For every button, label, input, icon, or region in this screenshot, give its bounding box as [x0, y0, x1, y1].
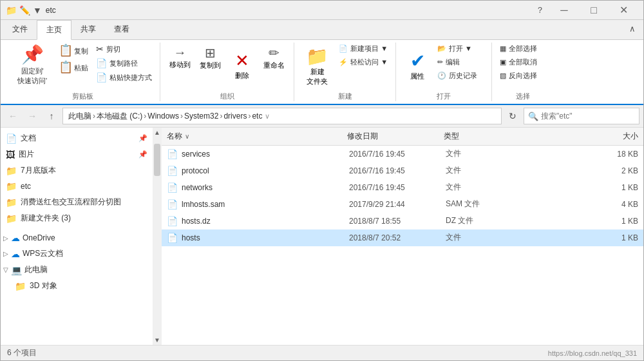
path-system32[interactable]: System32 — [184, 112, 218, 121]
column-header: 名称 ∨ 修改日期 类型 大小 — [162, 128, 643, 146]
col-size-header[interactable]: 大小 — [508, 128, 638, 144]
new-item-icon: 📄 — [339, 44, 348, 53]
sidebar-item-etc[interactable]: 📁 etc — [1, 179, 153, 194]
maximize-button[interactable]: □ — [579, 1, 609, 20]
sidebar-scroll-up[interactable]: ▲ — [153, 128, 162, 137]
delete-button[interactable]: ✕ 删除 — [226, 43, 258, 89]
delete-label: 删除 — [235, 71, 249, 81]
hosts-size: 1 KB — [510, 233, 638, 242]
3d-label: 3D 对象 — [30, 280, 57, 291]
new-item-button[interactable]: 📄 新建项目 ▼ — [336, 43, 390, 55]
select-none-button[interactable]: ▣ 全部取消 — [497, 56, 549, 68]
file-row-hosts[interactable]: 📄 hosts 2018/8/7 20:52 文件 1 KB — [162, 229, 643, 246]
help-icon[interactable]: ？ — [536, 5, 544, 16]
tab-file[interactable]: 文件 — [3, 20, 37, 39]
lmhosts-date: 2017/9/29 21:44 — [349, 200, 446, 209]
path-pc[interactable]: 此电脑 — [68, 111, 91, 122]
address-bar: ← → ↑ 此电脑 › 本地磁盘 (C:) › Windows › System… — [1, 105, 643, 128]
copy-path-label: 复制路径 — [109, 59, 138, 68]
sidebar-item-documents[interactable]: 📄 文档 📌 — [1, 130, 153, 146]
open-button[interactable]: 📂 打开 ▼ — [435, 43, 486, 55]
path-drivers[interactable]: drivers — [223, 112, 247, 121]
search-input[interactable] — [541, 112, 635, 121]
col-name-header[interactable]: 名称 ∨ — [167, 128, 347, 144]
refresh-button[interactable]: ↻ — [504, 108, 521, 124]
edit-quick-icon: ✏️ — [19, 5, 30, 15]
this-pc-icon: 💻 — [11, 265, 22, 275]
pin-button[interactable]: 📌 固定到'快速访问' — [11, 43, 53, 89]
file-area: 名称 ∨ 修改日期 类型 大小 📄 services 2016/7/16 19:… — [162, 128, 643, 345]
address-path[interactable]: 此电脑 › 本地磁盘 (C:) › Windows › System32 › d… — [62, 108, 502, 124]
search-box[interactable]: 🔍 — [524, 108, 639, 124]
hongbao-icon: 📁 — [6, 197, 17, 208]
sidebar-item-new-folder[interactable]: 📁 新建文件夹 (3) — [1, 210, 153, 226]
tab-view[interactable]: 查看 — [105, 20, 138, 39]
lmhosts-file-icon: 📄 — [167, 199, 178, 210]
sidebar-scrollbar[interactable]: ▲ ▼ — [153, 128, 162, 345]
forward-button[interactable]: → — [24, 108, 41, 124]
tab-home[interactable]: 主页 — [37, 20, 71, 40]
copy-path-button[interactable]: 📄 复制路径 — [93, 57, 155, 70]
documents-label: 文档 — [21, 133, 36, 144]
copy-label: 复制 — [74, 46, 88, 56]
ribbon-collapse-icon[interactable]: ∧ — [624, 20, 641, 39]
this-pc-chevron: ▽ — [3, 266, 8, 273]
copy-button[interactable]: 📋 复制 — [55, 43, 92, 58]
ribbon-group-organize: → 移动到 ⊞ 复制到 ✕ 删除 — [160, 43, 294, 101]
move-to-button[interactable]: → 移动到 — [166, 43, 194, 72]
dropdown-quick-icon[interactable]: ▼ — [33, 5, 42, 15]
select-all-button[interactable]: ▦ 全部选择 — [497, 43, 549, 55]
file-row-lmhosts[interactable]: 📄 lmhosts.sam 2017/9/29 21:44 SAM 文件 4 K… — [162, 196, 643, 213]
new-folder-button[interactable]: 📁 新建文件夹 — [299, 43, 335, 89]
organize-items: → 移动到 ⊞ 复制到 ✕ 删除 — [166, 43, 289, 89]
item-count: 6 个项目 — [7, 347, 37, 358]
sep2: › — [144, 112, 146, 121]
new-folder-label: 新建文件夹 (3) — [21, 213, 71, 224]
sidebar-item-3d[interactable]: 📁 3D 对象 — [1, 278, 153, 294]
sidebar-scroll-down[interactable]: ▼ — [153, 335, 162, 345]
protocol-file-icon: 📄 — [167, 166, 178, 176]
3d-icon: 📁 — [15, 281, 26, 291]
rename-button[interactable]: ✏ 重命名 — [260, 43, 289, 73]
rename-icon: ✏ — [269, 45, 279, 61]
sidebar-section-onedrive[interactable]: ▷ ☁ OneDrive — [1, 230, 153, 246]
history-button[interactable]: 🕐 历史记录 — [435, 70, 486, 82]
invert-button[interactable]: ▧ 反向选择 — [497, 70, 549, 82]
path-chevron[interactable]: ∨ — [265, 112, 270, 121]
paste-shortcut-button[interactable]: 📄 粘贴快捷方式 — [93, 71, 155, 84]
sidebar-item-hongbao[interactable]: 📁 消费送红包交互流程部分切图 — [1, 194, 153, 210]
path-etc[interactable]: etc — [252, 112, 262, 121]
sidebar-container: 📄 文档 📌 🖼 图片 📌 📁 7月底版本 📁 etc — [1, 128, 162, 345]
file-row-hosts-dz[interactable]: 📄 hosts.dz 2018/8/7 18:55 DZ 文件 1 KB — [162, 213, 643, 229]
easy-access-button[interactable]: ⚡ 轻松访问 ▼ — [336, 56, 390, 68]
edit-button[interactable]: ✏ 编辑 — [435, 56, 486, 68]
file-row-networks[interactable]: 📄 networks 2016/7/16 19:45 文件 1 KB — [162, 179, 643, 196]
path-c[interactable]: 本地磁盘 (C:) — [97, 111, 142, 122]
path-windows[interactable]: Windows — [147, 112, 179, 121]
sidebar-item-pictures[interactable]: 🖼 图片 📌 — [1, 146, 153, 162]
sidebar-item-july[interactable]: 📁 7月底版本 — [1, 162, 153, 179]
ribbon-group-clipboard: 📌 固定到'快速访问' 📋 复制 📋 粘贴 ✂ — [6, 43, 160, 101]
history-icon: 🕐 — [437, 72, 446, 80]
sidebar-scroll-thumb[interactable] — [154, 144, 160, 176]
sep3: › — [180, 112, 183, 121]
lmhosts-size: 4 KB — [510, 200, 638, 209]
copy-to-button[interactable]: ⊞ 复制到 — [196, 43, 225, 73]
file-row-protocol[interactable]: 📄 protocol 2016/7/16 19:45 文件 2 KB — [162, 162, 643, 179]
up-button[interactable]: ↑ — [43, 108, 60, 124]
cut-button[interactable]: ✂ 剪切 — [93, 43, 155, 55]
paste-button[interactable]: 📋 粘贴 — [55, 59, 92, 75]
back-button[interactable]: ← — [5, 108, 21, 124]
col-type-header[interactable]: 类型 — [444, 128, 508, 144]
status-bar: 6 个项目 https://blog.csdn.net/qq_331 — [1, 345, 643, 360]
sidebar-section-wps[interactable]: ▷ ☁ WPS云文档 — [1, 246, 153, 262]
tab-share[interactable]: 共享 — [71, 20, 105, 39]
col-date-header[interactable]: 修改日期 — [347, 128, 444, 144]
new-item-label: 新建项目 ▼ — [350, 44, 388, 54]
file-row-services[interactable]: 📄 services 2016/7/16 19:45 文件 18 KB — [162, 146, 643, 162]
properties-button[interactable]: ✔ 属性 — [401, 43, 433, 89]
close-button[interactable]: ✕ — [609, 1, 638, 20]
minimize-button[interactable]: ─ — [549, 1, 579, 20]
open-label: 打开 — [437, 89, 451, 101]
sidebar-section-this-pc[interactable]: ▽ 💻 此电脑 — [1, 262, 153, 278]
